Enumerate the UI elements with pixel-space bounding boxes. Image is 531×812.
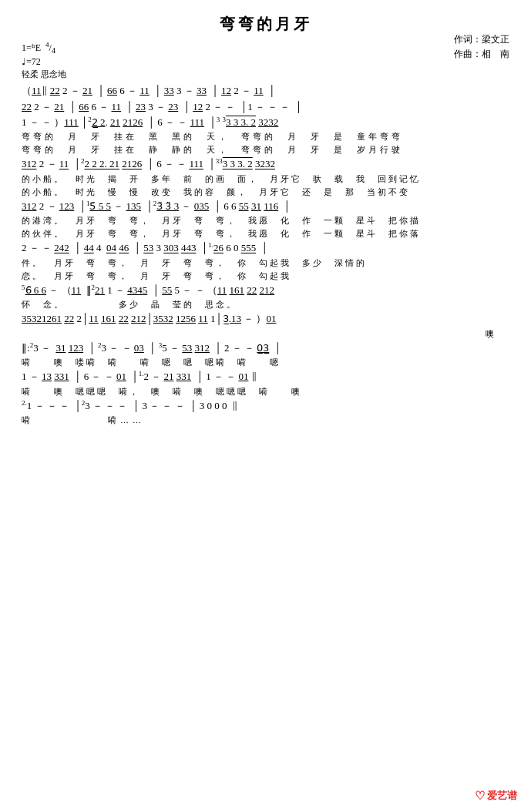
heart-icon: ♡ (475, 789, 485, 803)
score-line-7: 56̈ 6 6 － （11 ‖221 1 － 4345 │ 55 5 － － （… (22, 283, 509, 298)
score-line-1: （11‖ 22 2 － 21 │ 66 6 － 11 │ 33 3 － 33 │… (22, 83, 509, 99)
title: 弯弯的月牙 (22, 14, 509, 35)
lyrics-line-11: 嗬 嗬…… (22, 414, 509, 427)
score-line-8: 35321261 22 2│11 161 22 212│3532 1256 11… (22, 311, 509, 327)
key-tempo: 1=ᵇE 4/4 (22, 41, 509, 55)
key-sig: 1=ᵇE 4/4 (22, 42, 55, 53)
lyrics-line-4b: 的小船。 时光 慢 慢 改变 我的容 颜， 月牙它 还 是 那 当初不变 (22, 186, 509, 199)
score-line-3: 1 － － ）111 │22̲ 2. 21 2126 │ 6 － － 111 │… (22, 115, 509, 130)
credits: 作词：梁文正 作曲：相 南 (454, 32, 509, 62)
score-line-9: ‖:23 － 31 123 │ 23 － － 03 │ 35 － 53 312 … (22, 341, 509, 356)
lyrics-line-10: 嗬 噢 嗯嗯嗯 嗬， 噢 嗬 噢 嗯嗯嗯 嗬 噢 (22, 385, 509, 398)
score-line-5: 312 2 － 123 │15̈ 5 5 － 135 │23̈ 3̈ 3 － 0… (22, 199, 509, 214)
lyrics-line-3a: 弯弯的 月 牙 挂在 黑 黑的 天， 弯弯的 月 牙 是 童年弯弯 (22, 130, 509, 143)
score-line-2: 22 2 － 21 │ 66 6 － 11 │ 23 3 － 23 │ 12 2… (22, 99, 509, 115)
watermark: ♡ 爱艺谱 (475, 789, 517, 803)
tempo-line: ♩=72 (22, 56, 509, 68)
lyrics-line-4a: 的小船。 时光 揭 开 多年 前 的画 面， 月牙它 驮 载 我 回到记忆 (22, 173, 509, 186)
music-content: （11‖ 22 2 － 21 │ 66 6 － 11 │ 33 3 － 33 │… (22, 83, 509, 427)
lyrics-line-5b: 的伙伴。 月牙 弯 弯， 月牙 弯 弯， 我愿 化 作 一颗 星斗 把你落 (22, 227, 509, 240)
lyrics-line-6a: 件。 月牙 弯 弯， 月 牙 弯 弯， 你 勾起我 多少 深情的 (22, 257, 509, 270)
lyrics-line-5a: 的港湾。 月牙 弯 弯， 月牙 弯 弯， 我愿 化 作 一颗 星斗 把你描 (22, 214, 509, 227)
score-line-4: 312 2 － 11 │22 2 2. 21 2126 │ 6 － － 111 … (22, 156, 509, 172)
lyrics-line-3b: 弯弯的 月 牙 挂在 静 静的 天， 弯弯的 月 牙 是 岁月行驶 (22, 143, 509, 156)
lyrics-line-9: 嗬 噢 喽嗬 嗬 嗬 嗯 嗯 嗯嗬 嗬 嗯 (22, 356, 509, 369)
watermark-text: 爱艺谱 (487, 789, 517, 803)
lyrics-line-7: 怀 念。 多少 晶 莹的 思念。 (22, 298, 509, 311)
style-mark: 轻柔 思念地 (22, 69, 509, 80)
lyricist: 作词：梁文正 (454, 32, 509, 47)
composer: 作曲：相 南 (454, 47, 509, 62)
lyrics-line-8: 噢 (22, 327, 509, 341)
tempo-mark: ♩=72 (22, 56, 41, 67)
page: 弯弯的月牙 作词：梁文正 作曲：相 南 1=ᵇE 4/4 ♩=72 轻柔 思念地… (0, 0, 531, 812)
score-line-10: 1 － 13 331 │ 6 － － 01 │1.2 － 21 331 │ 1 … (22, 369, 509, 384)
score-line-11: 2.1 － － － │23 － － － │ 3 － － － │ 3 0 0 0 … (22, 398, 509, 414)
lyrics-line-6b: 恋。 月牙 弯 弯， 月 牙 弯 弯， 你 勾起我 (22, 270, 509, 283)
score-line-6: 2 － － 242 │ 44 4 04 46 │ 53 3 303 443 │1… (22, 240, 509, 256)
